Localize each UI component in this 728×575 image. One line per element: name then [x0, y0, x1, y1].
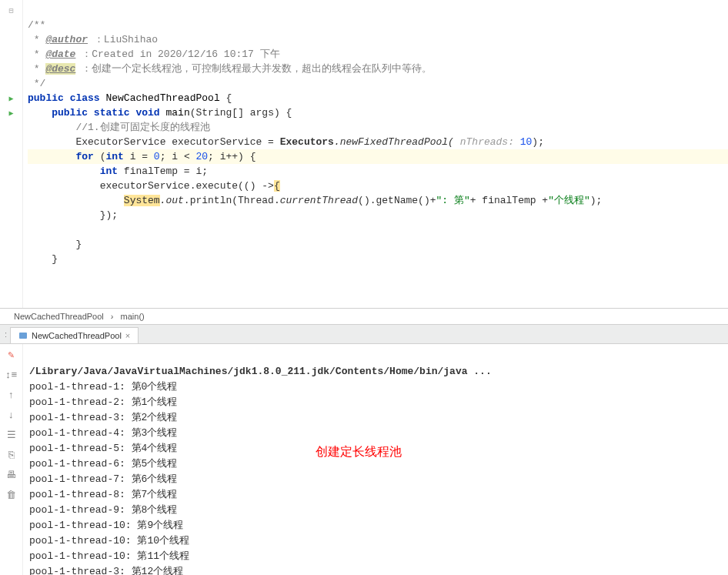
close-icon[interactable]: × — [125, 331, 130, 340]
console-line: pool-1-thread-2: 第1个线程 — [29, 396, 177, 408]
run-gutter-icon[interactable]: ▶ — [0, 105, 22, 120]
doc-comment: /** * @author ：LiuShihao * @date ：Create… — [28, 19, 432, 89]
console-line: pool-1-thread-10: 第11个线程 — [29, 550, 189, 562]
stop-icon[interactable]: ✎ — [5, 349, 18, 361]
code-editor[interactable]: ⊟ ▶ ▶ /** * @author ：LiuShihao * @date ：… — [0, 0, 728, 308]
console-toolbar: ✎ ↕≡ ↑ ↓ ☰ ⎘ 🖶 🗑 — [0, 344, 23, 575]
run-gutter-icon[interactable]: ▶ — [0, 91, 22, 105]
editor-gutter: ⊟ ▶ ▶ — [0, 0, 23, 308]
console-line: pool-1-thread-3: 第12个线程 — [29, 566, 183, 575]
run-config-icon — [18, 331, 28, 340]
console-line: pool-1-thread-7: 第6个线程 — [29, 473, 177, 485]
fold-icon[interactable]: ⊟ — [0, 3, 22, 18]
breadcrumb[interactable]: NewCachedThreadPool › main() — [0, 308, 728, 324]
parameter-hint: nThreads: — [454, 136, 520, 148]
breadcrumb-item[interactable]: main() — [116, 310, 149, 323]
console-line: pool-1-thread-10: 第10个线程 — [29, 535, 189, 547]
annotation-label: 创建定长线程池 — [316, 444, 402, 460]
desc-tag: @desc — [45, 63, 75, 75]
console-command: /Library/Java/JavaVirtualMachines/jdk1.8… — [29, 366, 492, 377]
console-line: pool-1-thread-10: 第9个线程 — [29, 520, 183, 531]
scroll-up-icon[interactable]: ↑ — [5, 389, 18, 401]
print-icon[interactable]: 🖶 — [5, 469, 18, 481]
console-line: pool-1-thread-9: 第8个线程 — [29, 504, 177, 516]
soft-wrap-icon[interactable]: ↕≡ — [5, 369, 18, 381]
console-panel: ✎ ↕≡ ↑ ↓ ☰ ⎘ 🖶 🗑 /Library/Java/JavaVirtu… — [0, 343, 728, 575]
scroll-down-icon[interactable]: ↓ — [5, 409, 18, 421]
run-tab[interactable]: NewCachedThreadPool × — [10, 327, 139, 343]
settings-icon[interactable]: ☰ — [5, 429, 18, 441]
console-output[interactable]: /Library/Java/JavaVirtualMachines/jdk1.8… — [23, 344, 728, 575]
code-area[interactable]: /** * @author ：LiuShihao * @date ：Create… — [23, 0, 728, 308]
date-tag: @date — [45, 48, 75, 60]
console-line: pool-1-thread-5: 第4个线程 — [29, 443, 177, 454]
export-icon[interactable]: ⎘ — [5, 449, 18, 461]
line-comment: //1.创建可固定长度的线程池 — [75, 122, 209, 133]
console-line: pool-1-thread-6: 第5个线程 — [29, 458, 177, 470]
svg-rect-0 — [19, 333, 27, 339]
breadcrumb-item[interactable]: NewCachedThreadPool — [9, 310, 109, 323]
trash-icon[interactable]: 🗑 — [5, 489, 18, 501]
console-line: pool-1-thread-4: 第3个线程 — [29, 427, 177, 439]
console-line: pool-1-thread-1: 第0个线程 — [29, 381, 177, 393]
console-line: pool-1-thread-8: 第7个线程 — [29, 489, 177, 500]
run-tabs: : NewCachedThreadPool × — [0, 324, 728, 343]
author-tag: @author — [45, 34, 88, 45]
console-line: pool-1-thread-3: 第2个线程 — [29, 412, 177, 423]
